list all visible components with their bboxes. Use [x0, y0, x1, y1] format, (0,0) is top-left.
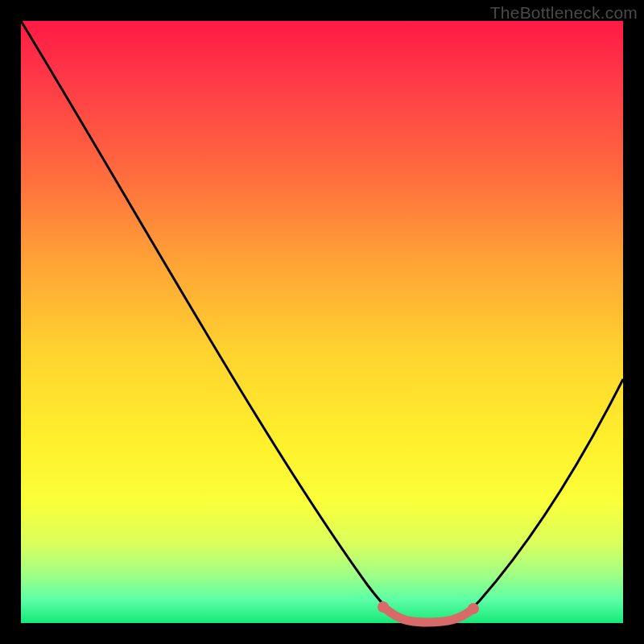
chart-plot-area: [21, 21, 623, 623]
optimal-range-highlight: [383, 607, 473, 622]
optimal-range-dot-right: [468, 603, 479, 614]
bottleneck-curve: [21, 21, 623, 622]
optimal-range-dot-left: [378, 601, 389, 613]
chart-frame: [21, 21, 623, 623]
watermark-text: TheBottleneck.com: [490, 3, 638, 23]
